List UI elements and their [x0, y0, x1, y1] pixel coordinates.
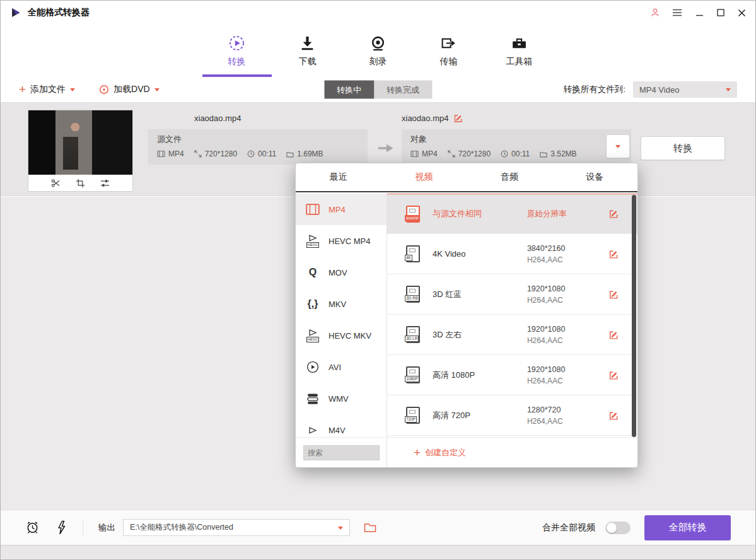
plus-icon: + [19, 85, 26, 94]
preset-4k-video[interactable]: 4K 4K Video 3840*2160H264,AAC [387, 234, 637, 274]
output-path-value: E:\全能格式转换器\Converted [130, 522, 233, 533]
nav-burn-label: 刻录 [369, 56, 387, 67]
format-panel-tabs: 最近 视频 音频 设备 [296, 163, 637, 192]
chevron-down-icon [338, 527, 343, 532]
search-input[interactable] [303, 445, 380, 460]
tab-converting[interactable]: 转换中 [324, 81, 374, 99]
effects-sliders-icon[interactable] [100, 178, 110, 188]
format-film-icon [410, 150, 419, 158]
plus-icon: + [414, 448, 421, 457]
output-path-combo[interactable]: E:\全能格式转换器\Converted [123, 519, 350, 536]
nav-toolbox[interactable]: 工具箱 [499, 25, 540, 77]
tab-recent[interactable]: 最近 [296, 163, 381, 191]
open-folder-icon[interactable] [364, 522, 376, 533]
preset-same-as-source[interactable]: source 与源文件相同 原始分辨率 [387, 194, 637, 234]
nav-transfer-label: 传输 [440, 56, 458, 67]
toggle-knob [607, 523, 617, 533]
merge-videos-label: 合并全部视频 [542, 522, 595, 534]
convert-icon [228, 35, 245, 52]
burn-disc-icon [369, 35, 387, 52]
trim-scissors-icon[interactable] [51, 178, 61, 188]
tab-audio[interactable]: 音频 [467, 163, 552, 191]
target-info-box: 对象 MP4 720*1280 00:11 3.52MB [402, 129, 631, 165]
edit-preset-icon[interactable] [608, 209, 619, 219]
maximize-button[interactable] [717, 9, 724, 16]
convert-all-to-label: 转换所有文件到: [564, 84, 625, 95]
duration-clock-icon [501, 150, 508, 158]
duration-clock-icon [247, 150, 255, 158]
edit-preset-icon[interactable] [608, 411, 619, 421]
format-item-mkv[interactable]: {,} MKV [296, 288, 387, 320]
format-item-mov[interactable]: Q MOV [296, 257, 387, 288]
bottom-bar: 输出 E:\全能格式转换器\Converted 合并全部视频 全部转换 [0, 510, 756, 545]
tab-finished[interactable]: 转换完成 [374, 81, 432, 99]
thumbnail-toolbar [28, 175, 132, 191]
source-file-icon: source [406, 206, 420, 223]
preset-list: source 与源文件相同 原始分辨率 4K 4K Video 3840*216… [387, 194, 637, 437]
format-panel-footer: + 创建自定义 [296, 437, 637, 467]
edit-preset-icon[interactable] [608, 289, 619, 300]
tab-video[interactable]: 视频 [381, 163, 467, 191]
source-filename: xiaodao.mp4 [194, 114, 241, 123]
convert-file-button[interactable]: 转换 [641, 136, 725, 160]
preset-hd-720p[interactable]: 720P 高清 720P 1280*720H264,AAC [387, 395, 637, 436]
format-item-avi[interactable]: AVI [296, 351, 387, 383]
merge-toggle[interactable] [605, 522, 631, 534]
format-item-wmv[interactable]: WMV [296, 383, 387, 414]
tab-device[interactable]: 设备 [552, 163, 638, 191]
edit-filename-icon[interactable] [453, 114, 463, 123]
download-icon [299, 35, 316, 52]
video-file-icon: 720P [406, 407, 420, 424]
nav-download[interactable]: 下载 [287, 25, 329, 77]
target-format-dropdown-button[interactable] [606, 134, 630, 158]
preset-hd-1080p[interactable]: 1080P 高清 1080P 1920*1080H264,AAC [387, 355, 637, 395]
chevron-down-icon [154, 88, 160, 94]
format-item-hevc-mp4[interactable]: HEVC HEVC MP4 [296, 225, 387, 257]
schedule-clock-icon[interactable] [25, 520, 40, 535]
video-file-icon: 4K [406, 245, 420, 262]
video-thumbnail [28, 110, 132, 191]
layers-stack-icon [305, 393, 321, 405]
format-item-m4v[interactable]: M4V [296, 414, 387, 437]
nav-toolbox-label: 工具箱 [506, 56, 533, 67]
create-custom-button[interactable]: + 创建自定义 [414, 447, 466, 458]
menu-icon[interactable] [672, 8, 682, 17]
divider [83, 519, 83, 537]
preset-3d-left-right[interactable]: 3D LR 3D 左右 1920*1080H264,AAC [387, 315, 637, 355]
format-picker-panel: 最近 视频 音频 设备 MP4 HEVC HEVC MP4 Q MOV [295, 163, 638, 468]
scrollbar[interactable] [632, 195, 636, 437]
target-section-label: 对象 [410, 134, 622, 145]
hevc-play-icon: HEVC [305, 329, 321, 342]
convert-all-button[interactable]: 全部转换 [644, 515, 731, 540]
resolution-icon [194, 150, 202, 158]
titlebar: 全能格式转换器 [0, 0, 756, 25]
nav-convert[interactable]: 转换 [216, 25, 258, 77]
edit-preset-icon[interactable] [608, 249, 619, 259]
format-list: MP4 HEVC HEVC MP4 Q MOV {,} MKV HEV [296, 194, 387, 437]
edit-preset-icon[interactable] [608, 370, 619, 380]
output-format-dropdown[interactable]: MP4 Video [633, 81, 737, 98]
nav-transfer[interactable]: 传输 [428, 25, 470, 77]
play-flag-icon [305, 427, 321, 434]
format-item-mp4[interactable]: MP4 [296, 194, 387, 225]
crop-icon[interactable] [76, 178, 85, 188]
edit-preset-icon[interactable] [608, 330, 619, 340]
format-item-hevc-mkv[interactable]: HEVC HEVC MKV [296, 320, 387, 351]
add-file-button[interactable]: + 添加文件 [19, 84, 75, 95]
format-film-icon [157, 150, 165, 158]
thumbnail-image [28, 110, 132, 175]
video-file-icon: 3D RB [406, 286, 420, 303]
close-button[interactable] [738, 9, 746, 17]
nav-burn[interactable]: 刻录 [358, 25, 399, 77]
user-account-icon[interactable] [650, 8, 660, 18]
load-dvd-button[interactable]: 加载DVD [99, 84, 160, 95]
size-folder-icon [540, 151, 547, 158]
queue-tabs: 转换中 转换完成 [324, 81, 432, 99]
high-speed-lightning-icon[interactable] [56, 520, 66, 535]
nav-download-label: 下载 [299, 56, 317, 67]
preset-3d-red-blue[interactable]: 3D RB 3D 红蓝 1920*1080H264,AAC [387, 274, 637, 315]
nav-convert-label: 转换 [228, 56, 246, 67]
app-title: 全能格式转换器 [28, 7, 90, 18]
transfer-icon [440, 35, 457, 52]
minimize-button[interactable] [695, 9, 704, 17]
